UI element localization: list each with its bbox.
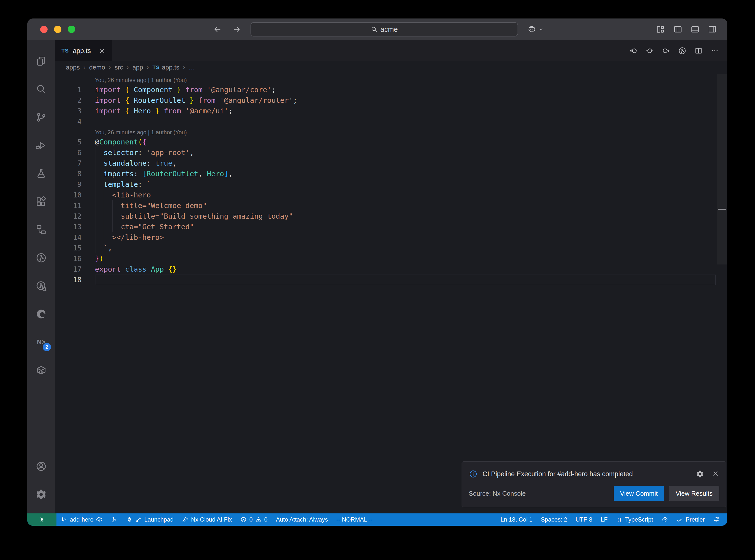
activity-bar-item-edge[interactable] [27, 300, 55, 328]
line-number[interactable]: 6 [55, 147, 95, 158]
minimize-window-button[interactable] [54, 26, 61, 33]
line-number[interactable]: 12 [55, 211, 95, 222]
close-tab-icon[interactable] [98, 47, 106, 55]
line-content[interactable]: selector: 'app-root', [95, 147, 728, 158]
activity-bar-item-settings[interactable] [27, 480, 55, 508]
line-content[interactable] [95, 275, 716, 285]
close-window-button[interactable] [40, 26, 47, 33]
line-number[interactable]: 11 [55, 200, 95, 211]
line-content[interactable]: standalone: true, [95, 158, 728, 168]
activity-bar-item-gitlens[interactable] [27, 244, 55, 272]
layout-customize-button[interactable] [656, 25, 665, 34]
status-item-auto-attach[interactable]: Auto Attach: Always [272, 514, 332, 526]
activity-bar-item-containers[interactable] [27, 356, 55, 384]
activity-bar-item-hierarchy[interactable] [27, 216, 55, 244]
line-number[interactable]: 16 [55, 253, 95, 264]
line-content[interactable]: imports: [RouterOutlet, Hero], [95, 168, 728, 179]
breadcrumb-item[interactable]: TSapp.ts [153, 64, 179, 71]
status-item-commit-graph[interactable] [107, 514, 122, 526]
line-content[interactable]: You, 26 minutes ago | 1 author (You) [95, 127, 728, 137]
line-content[interactable]: subtitle="Build something amazing today" [95, 211, 728, 222]
line-content[interactable]: export class App {} [95, 264, 728, 275]
line-content[interactable] [95, 116, 728, 127]
line-number[interactable]: 7 [55, 158, 95, 168]
copilot-menu[interactable] [528, 25, 544, 34]
line-content[interactable]: title="Welcmoe demo" [95, 200, 728, 211]
line-number[interactable]: 1 [55, 84, 95, 95]
status-item-problems[interactable]: 00 [236, 514, 272, 526]
notification-settings-icon[interactable] [696, 470, 704, 478]
remote-indicator[interactable] [27, 514, 57, 526]
line-number[interactable]: 8 [55, 168, 95, 179]
line-content[interactable]: @Component({ [95, 137, 728, 147]
line-content[interactable]: import { Component } from '@angular/core… [95, 84, 728, 95]
line-number[interactable]: 3 [55, 106, 95, 116]
layout-sidebar-right-button[interactable] [708, 25, 717, 34]
breadcrumb-item[interactable]: … [188, 64, 195, 71]
line-number[interactable]: 9 [55, 179, 95, 190]
more-actions-button[interactable] [711, 46, 719, 55]
gitlens-next-change-button[interactable] [662, 46, 670, 55]
activity-bar-item-extensions[interactable] [27, 187, 55, 216]
command-center-search[interactable]: acme [251, 22, 518, 37]
status-item-eol[interactable]: LF [596, 514, 612, 526]
line-number[interactable]: 2 [55, 95, 95, 106]
line-number[interactable]: 4 [55, 116, 95, 127]
breadcrumb-item[interactable]: demo [89, 64, 105, 71]
line-content[interactable]: cta="Get Started" [95, 222, 728, 232]
status-item-copilot-status[interactable] [657, 514, 672, 526]
activity-bar-item-testing[interactable] [27, 159, 55, 187]
status-item-cursor-position[interactable]: Ln 18, Col 1 [496, 514, 537, 526]
status-item-prettier[interactable]: Prettier [672, 514, 709, 526]
activity-bar-item-source-control[interactable] [27, 103, 55, 132]
status-item-vim-mode[interactable]: -- NORMAL -- [332, 514, 377, 526]
line-number[interactable]: 13 [55, 222, 95, 232]
breadcrumb-item[interactable]: src [114, 64, 123, 71]
line-number[interactable]: 18 [55, 275, 95, 285]
line-content[interactable]: ></lib-hero> [95, 232, 728, 243]
activity-bar-item-gitlens-inspect[interactable] [27, 272, 55, 300]
status-item-nx-cloud-ai-fix[interactable]: Nx Cloud AI Fix [178, 514, 236, 526]
layout-panel-button[interactable] [690, 25, 700, 34]
line-number[interactable]: 5 [55, 137, 95, 147]
status-item-notifications[interactable] [709, 514, 724, 526]
breadcrumb-item[interactable]: app [133, 64, 143, 71]
status-item-language-mode[interactable]: {}TypeScript [612, 514, 657, 526]
arrow-left-icon[interactable] [213, 25, 222, 34]
breadcrumb-item[interactable]: apps [66, 64, 80, 71]
line-number[interactable] [55, 127, 95, 137]
line-number[interactable] [55, 75, 95, 84]
view-commit-button[interactable]: View Commit [614, 486, 664, 501]
gitlens-revision-button[interactable] [645, 46, 654, 55]
notification-close-icon[interactable] [712, 470, 719, 477]
line-content[interactable]: import { Hero } from '@acme/ui'; [95, 106, 728, 116]
status-item-launchpad[interactable]: Launchpad [122, 514, 178, 526]
line-number[interactable]: 10 [55, 190, 95, 200]
gitlens-graph-button[interactable] [678, 46, 687, 55]
activity-bar-item-search[interactable] [27, 75, 55, 103]
activity-bar-item-account[interactable] [27, 452, 55, 480]
status-item-indentation[interactable]: Spaces: 2 [537, 514, 572, 526]
line-number[interactable]: 14 [55, 232, 95, 243]
status-item-encoding[interactable]: UTF-8 [571, 514, 596, 526]
line-number[interactable]: 17 [55, 264, 95, 275]
line-content[interactable]: You, 26 minutes ago | 1 author (You) [95, 75, 728, 84]
line-content[interactable]: <lib-hero [95, 190, 728, 200]
arrow-right-icon[interactable] [232, 25, 241, 34]
gitlens-prev-change-button[interactable] [629, 46, 638, 55]
tab-app-ts[interactable]: TS app.ts [55, 40, 112, 61]
layout-sidebar-left-button[interactable] [673, 25, 682, 34]
split-editor-button[interactable] [694, 46, 703, 55]
view-results-button[interactable]: View Results [669, 486, 719, 501]
activity-bar-item-run-debug[interactable] [27, 132, 55, 159]
code-editor[interactable]: You, 26 minutes ago | 1 author (You)1imp… [55, 73, 728, 514]
line-content[interactable]: template: ` [95, 179, 728, 190]
activity-bar-item-nx-console[interactable]: N>2 [27, 328, 55, 356]
activity-bar-item-explorer[interactable] [27, 47, 55, 75]
line-number[interactable]: 15 [55, 243, 95, 253]
line-content[interactable]: import { RouterOutlet } from '@angular/r… [95, 95, 728, 106]
status-item-git-branch[interactable]: add-hero [57, 514, 107, 526]
line-content[interactable]: }) [95, 253, 728, 264]
line-content[interactable]: `, [95, 243, 728, 253]
zoom-window-button[interactable] [68, 26, 75, 33]
